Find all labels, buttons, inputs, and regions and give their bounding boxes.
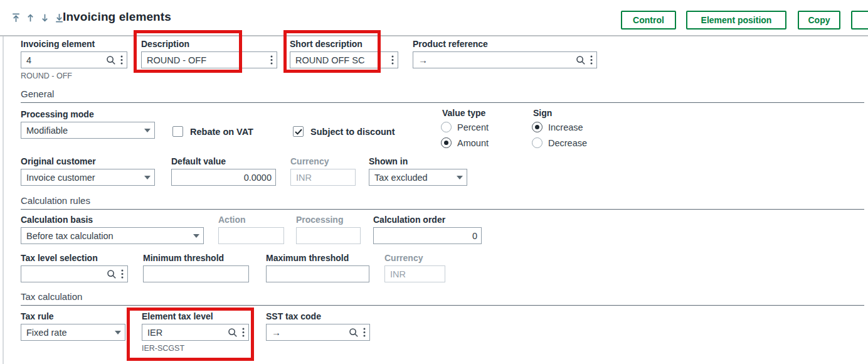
field-tax-level-selection: Tax level selection [21, 254, 128, 282]
jump-arrow-icon[interactable]: → [418, 55, 573, 65]
calculation-basis-value: Before tax calculation [26, 231, 191, 241]
minimum-threshold-input[interactable] [143, 265, 249, 282]
calculation-basis-label: Calculation basis [21, 215, 204, 224]
calculation-order-input[interactable]: 0 [373, 227, 482, 244]
calculation-basis-select[interactable]: Before tax calculation [21, 227, 204, 244]
jump-arrow-icon[interactable]: → [272, 327, 346, 338]
field-processing: Processing [296, 215, 361, 244]
header-bar: Invoicing elements Control Element posit… [0, 0, 868, 35]
processing-mode-value: Modifiable [26, 126, 142, 136]
element-position-button[interactable]: Element position [686, 11, 786, 29]
invoicing-elements-page: { "colors": { "accent_green": "#00813e",… [0, 0, 868, 364]
shown-in-label: Shown in [369, 157, 467, 166]
field-default-value: Default value 0.0000 [171, 157, 276, 186]
section-calculation-rules-title: Calculation rules [21, 195, 90, 206]
description-label: Description [141, 40, 277, 48]
header-divider [0, 35, 868, 36]
options-dots-icon[interactable] [270, 55, 273, 65]
invoicing-element-input[interactable]: 4 [21, 51, 127, 68]
search-icon[interactable] [576, 55, 586, 65]
search-icon[interactable] [106, 55, 116, 65]
rebate-on-vat-checkbox[interactable]: Rebate on VAT [172, 126, 253, 137]
first-record-icon[interactable] [10, 12, 21, 23]
chevron-down-icon [144, 129, 151, 132]
short-description-input[interactable]: ROUND OFF SC [290, 51, 398, 68]
default-value-input[interactable]: 0.0000 [171, 169, 276, 186]
default-value-value: 0.0000 [177, 173, 272, 183]
previous-record-icon[interactable] [24, 12, 36, 23]
sign-decrease-radio[interactable]: Decrease [532, 137, 587, 148]
tax-rule-label: Tax rule [21, 312, 125, 321]
description-input[interactable]: ROUND - OFF [141, 51, 277, 68]
subject-to-discount-checkbox[interactable]: Subject to discount [293, 126, 395, 137]
invoicing-element-label: Invoicing element [21, 40, 127, 48]
calculation-order-value: 0 [379, 231, 477, 241]
product-reference-input[interactable]: → [413, 51, 597, 68]
checkbox-checked-icon [293, 126, 304, 137]
shown-in-select[interactable]: Tax excluded [369, 169, 467, 186]
copy-button[interactable]: Copy [798, 11, 840, 29]
options-dots-icon[interactable] [363, 328, 366, 337]
currency-label: Currency [384, 254, 445, 262]
currency-input: INR [290, 169, 356, 186]
field-calculation-order: Calculation order 0 [373, 215, 482, 244]
processing-label: Processing [296, 215, 361, 224]
currency-value: INR [390, 269, 441, 279]
field-description: Description ROUND - OFF [141, 40, 277, 68]
sign-increase-radio[interactable]: Increase [532, 122, 583, 132]
left-panel-edge [3, 36, 4, 364]
options-dots-icon[interactable] [391, 55, 394, 65]
original-customer-select[interactable]: Invoice customer [21, 169, 155, 186]
element-tax-level-value: IER [147, 328, 225, 338]
sst-tax-code-input[interactable]: → [266, 324, 370, 341]
original-customer-value: Invoice customer [26, 173, 142, 183]
calculation-order-label: Calculation order [373, 215, 482, 224]
field-invoicing-element: Invoicing element 4 ROUND - OFF [21, 40, 127, 80]
description-value: ROUND - OFF [147, 55, 268, 65]
tax-rule-value: Fixed rate [26, 328, 112, 338]
control-button[interactable]: Control [621, 11, 676, 29]
processing-mode-label: Processing mode [21, 110, 155, 119]
options-dots-icon[interactable] [590, 55, 593, 65]
field-currency-calc: Currency INR [384, 254, 445, 282]
tax-rule-select[interactable]: Fixed rate [21, 324, 125, 341]
field-calculation-basis: Calculation basis Before tax calculation [21, 215, 204, 244]
options-dots-icon[interactable] [121, 269, 124, 279]
short-description-label: Short description [290, 40, 398, 48]
subject-to-discount-label: Subject to discount [310, 127, 395, 137]
radio-selected-icon [532, 122, 542, 132]
field-tax-rule: Tax rule Fixed rate [21, 312, 125, 341]
checkbox-unchecked-icon [172, 126, 183, 137]
field-currency-general: Currency INR [290, 157, 356, 186]
field-action: Action [218, 215, 284, 244]
field-product-reference: Product reference → [413, 40, 597, 68]
field-maximum-threshold: Maximum threshold [266, 254, 369, 282]
field-shown-in: Shown in Tax excluded [369, 157, 467, 186]
currency-value: INR [296, 173, 351, 183]
next-record-icon[interactable] [39, 12, 50, 23]
section-tax-calculation: Tax calculation [21, 291, 864, 306]
search-icon[interactable] [107, 269, 117, 279]
tax-level-selection-input[interactable] [21, 265, 128, 282]
search-icon[interactable] [349, 328, 359, 338]
radio-unselected-icon [441, 122, 452, 132]
page-title: Invoicing elements [63, 10, 171, 24]
field-short-description: Short description ROUND OFF SC [290, 40, 398, 68]
options-dots-icon[interactable] [120, 55, 123, 65]
product-reference-label: Product reference [413, 40, 597, 48]
options-dots-icon[interactable] [242, 328, 245, 337]
search-icon[interactable] [228, 328, 238, 338]
rebate-on-vat-label: Rebate on VAT [190, 127, 253, 137]
field-original-customer: Original customer Invoice customer [21, 157, 155, 186]
processing-mode-select[interactable]: Modifiable [21, 122, 155, 139]
value-type-percent-radio[interactable]: Percent [441, 122, 489, 132]
clipped-edge-button[interactable] [851, 11, 868, 29]
field-processing-mode: Processing mode Modifiable [21, 110, 155, 139]
maximum-threshold-input[interactable] [266, 265, 369, 282]
value-type-amount-radio[interactable]: Amount [441, 137, 489, 148]
element-tax-level-input[interactable]: IER [142, 324, 249, 341]
field-element-tax-level: Element tax level IER IER-SCGST [142, 312, 249, 353]
sign-label: Sign [533, 108, 552, 118]
radio-selected-icon [441, 137, 452, 148]
chevron-down-icon [144, 176, 151, 179]
